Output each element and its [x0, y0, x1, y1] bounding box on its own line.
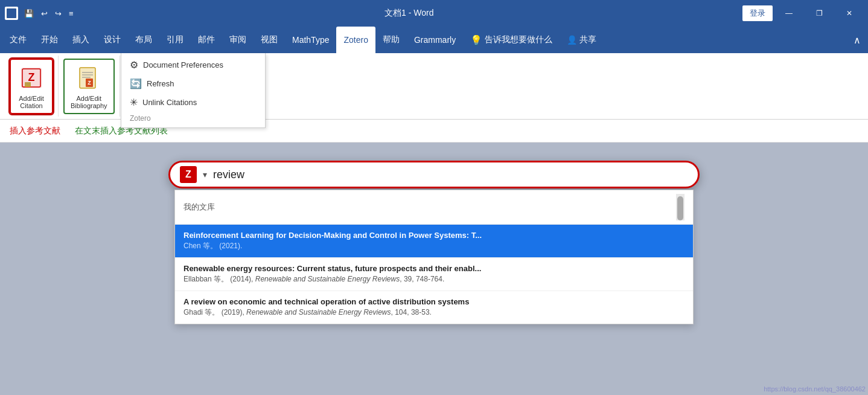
zotero-logo: Z: [180, 166, 197, 183]
result-meta-3: Ghadi 等。 (2019), Renewable and Sustainab…: [183, 307, 685, 318]
ribbon-citation-section: Z Add/Edit Citation: [5, 56, 59, 117]
unlink-icon: ✳: [130, 97, 138, 108]
menu-reference[interactable]: 引用: [159, 27, 191, 53]
result-meta-2: Ellabban 等。 (2014), Renewable and Sustai…: [183, 274, 685, 284]
menu-share[interactable]: 👤 共享: [560, 27, 604, 53]
title-bar-center: 文档1 - Word: [385, 8, 433, 19]
title-bar-right: 登录 — ❐ ✕: [742, 4, 863, 23]
ribbon: Z Add/Edit Citation: [0, 53, 868, 120]
close-button[interactable]: ✕: [835, 4, 863, 23]
quick-access-toolbar: 💾 ↩ ↪ ≡: [22, 8, 76, 19]
results-header: 我的文库: [175, 190, 693, 225]
refresh-item[interactable]: 🔄 Refresh: [121, 74, 265, 93]
doc-prefs-icon: ⚙: [130, 59, 138, 71]
minimize-button[interactable]: —: [775, 4, 803, 23]
citation-search-input[interactable]: [213, 169, 688, 181]
citation-search-dialog: Z ▾ 我的文库 Reinforcement Learning for Deci…: [168, 161, 700, 324]
add-bibliography-label: Add/Edit Bibliography: [71, 95, 107, 109]
document-area: {Citation}↵ Z ▾ 我的文库 Reinforcement Learn…: [0, 143, 868, 395]
result-item-1[interactable]: Reinforcement Learning for Decision-Maki…: [175, 225, 693, 258]
result-title-1: Reinforcement Learning for Decision-Maki…: [183, 231, 685, 240]
restore-button[interactable]: ❐: [805, 4, 833, 23]
my-library-label: 我的文库: [183, 202, 215, 213]
dropdown-label: Zotero: [121, 112, 265, 125]
menu-design[interactable]: 设计: [97, 27, 128, 53]
menu-bar: 文件 开始 插入 设计 布局 引用 邮件 审阅 视图 MathType Zote…: [0, 27, 868, 53]
menu-tell-me[interactable]: 💡 告诉我想要做什么: [463, 27, 560, 53]
format-button[interactable]: ≡: [66, 8, 76, 19]
result-title-2: Renewable energy resources: Current stat…: [183, 264, 685, 273]
save-button[interactable]: 💾: [22, 8, 36, 19]
menu-help[interactable]: 帮助: [375, 27, 407, 53]
watermark: https://blog.csdn.net/qq_38600462: [764, 385, 866, 393]
svg-text:Z: Z: [88, 80, 92, 86]
menu-start[interactable]: 开始: [34, 27, 65, 53]
menu-mathtype[interactable]: MathType: [285, 27, 336, 53]
search-bar: Z ▾: [168, 161, 700, 188]
menu-file[interactable]: 文件: [2, 27, 34, 53]
ribbon-dropdown: ⚙ Document Preferences 🔄 Refresh ✳ Unlin…: [121, 53, 266, 128]
ribbon-bibliography-section: Z Add/Edit Bibliography: [59, 56, 120, 117]
add-edit-citation-button[interactable]: Z Add/Edit Citation: [10, 59, 53, 114]
bibliography-icon: Z: [74, 63, 103, 92]
menu-view[interactable]: 视图: [254, 27, 285, 53]
citation-icon: Z: [17, 63, 46, 92]
title-bar-left: 💾 ↩ ↪ ≡: [5, 7, 76, 20]
redo-button[interactable]: ↪: [53, 8, 64, 19]
add-citation-label: Add/Edit Citation: [19, 95, 44, 109]
document-title: 文档1 - Word: [385, 8, 433, 19]
scrollbar[interactable]: [676, 194, 685, 220]
doc-preferences-item[interactable]: ⚙ Document Preferences: [121, 56, 265, 74]
menu-grammarly[interactable]: Grammarly: [407, 27, 463, 53]
scrollbar-thumb: [677, 196, 683, 220]
result-title-3: A review on economic and technical opera…: [183, 297, 685, 306]
word-icon: [5, 7, 18, 20]
menu-layout[interactable]: 布局: [128, 27, 159, 53]
title-bar: 💾 ↩ ↪ ≡ 文档1 - Word 登录 — ❐ ✕: [0, 0, 868, 27]
search-arrow-icon: ▾: [203, 170, 207, 179]
result-meta-1: Chen 等。 (2021).: [183, 241, 685, 251]
unlink-citations-item[interactable]: ✳ Unlink Citations: [121, 93, 265, 112]
results-panel: 我的文库 Reinforcement Learning for Decision…: [174, 190, 694, 324]
menu-zotero[interactable]: Zotero: [336, 27, 375, 53]
undo-button[interactable]: ↩: [39, 8, 50, 19]
insert-citation-link[interactable]: 插入参考文献: [10, 126, 60, 136]
svg-text:Z: Z: [28, 71, 35, 83]
login-button[interactable]: 登录: [742, 5, 773, 21]
ribbon-collapse-button[interactable]: ∧: [854, 34, 861, 46]
menu-mail[interactable]: 邮件: [191, 27, 222, 53]
menu-insert[interactable]: 插入: [65, 27, 97, 53]
refresh-icon: 🔄: [130, 78, 142, 89]
menu-review[interactable]: 审阅: [222, 27, 254, 53]
result-item-2[interactable]: Renewable energy resources: Current stat…: [175, 258, 693, 291]
result-item-3[interactable]: A review on economic and technical opera…: [175, 291, 693, 324]
add-edit-bibliography-button[interactable]: Z Add/Edit Bibliography: [63, 59, 115, 114]
